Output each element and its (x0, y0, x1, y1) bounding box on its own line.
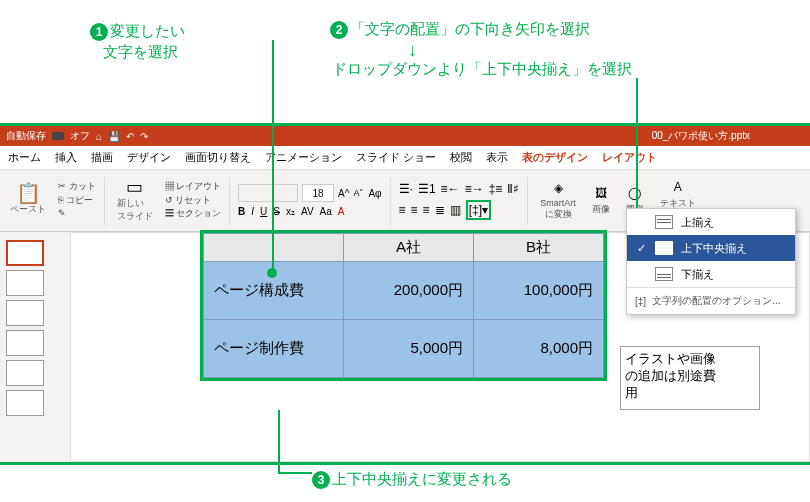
ribbon-tabs: ホーム 挿入 描画 デザイン 画面切り替え アニメーション スライド ショー 校… (0, 146, 810, 170)
copy-button[interactable]: ⎘ コピー (58, 194, 96, 208)
thumb-3[interactable] (6, 300, 44, 326)
th-b[interactable]: B社 (474, 234, 604, 262)
font-color-button[interactable]: A (338, 206, 345, 217)
titlebar: 自動保存 オフ ⌂ 💾 ↶ ↷ 00_パワポ使い方.pptx (0, 126, 810, 146)
text-align-vert-button[interactable]: [‡]▾ (466, 200, 491, 220)
smartart-icon[interactable]: ◈ (550, 180, 566, 196)
cell-r2-label[interactable]: ページ制作費 (204, 320, 344, 378)
grow-font-icon[interactable]: A^ (338, 188, 349, 199)
top-align-icon (655, 215, 673, 229)
anno-1-line1: 変更したい (110, 22, 185, 39)
selected-table[interactable]: A社 B社 ページ構成費 200,000円 100,000円 ページ制作費 5,… (200, 230, 607, 381)
tab-draw[interactable]: 描画 (91, 150, 113, 165)
bold-button[interactable]: B (238, 206, 245, 217)
strike-button[interactable]: S (273, 206, 280, 217)
charspacing-button[interactable]: AV (301, 206, 314, 217)
shrink-font-icon[interactable]: A˅ (353, 188, 364, 198)
layout-button[interactable]: ▦ レイアウト (165, 180, 222, 194)
anno-arrow-down: ↓ (408, 40, 417, 61)
redo-icon[interactable]: ↷ (140, 131, 148, 142)
newslide-label: 新しい スライド (117, 197, 153, 223)
dd-bottom-align[interactable]: 下揃え (627, 261, 795, 287)
textbox-icon[interactable]: A (670, 179, 686, 195)
th-a[interactable]: A社 (344, 234, 474, 262)
image-icon[interactable]: 🖼 (593, 185, 609, 201)
image-label: 画像 (592, 203, 610, 216)
tab-design[interactable]: デザイン (127, 150, 171, 165)
leader-3v (278, 410, 280, 472)
thumb-6[interactable] (6, 390, 44, 416)
cell-r1-b[interactable]: 100,000円 (474, 262, 604, 320)
newslide-icon[interactable]: ▭ (127, 179, 143, 195)
dd-middle-align[interactable]: ✓ 上下中央揃え (627, 235, 795, 261)
cut-button[interactable]: ✂ カット (58, 180, 96, 194)
leader-3h (278, 472, 312, 474)
font-family-select[interactable] (238, 184, 298, 202)
slide-thumbnails (0, 232, 70, 462)
underline-button[interactable]: U (260, 206, 267, 217)
align-right-button[interactable]: ≡ (423, 203, 430, 217)
tab-layout[interactable]: レイアウト (602, 150, 657, 165)
tab-home[interactable]: ホーム (8, 150, 41, 165)
bottom-align-icon (655, 267, 673, 281)
leader-1 (272, 40, 274, 273)
numbering-button[interactable]: ☰1 (418, 182, 436, 196)
sub-button[interactable]: x₂ (286, 206, 295, 217)
indent-inc-button[interactable]: ≡→ (465, 182, 484, 196)
anno-2b-text: ドロップダウンより「上下中央揃え」を選択 (332, 60, 632, 77)
cell-r1-a[interactable]: 200,000円 (344, 262, 474, 320)
cell-r2-a[interactable]: 5,000円 (344, 320, 474, 378)
options-icon: [‡] (635, 296, 646, 307)
align-center-button[interactable]: ≡ (411, 203, 418, 217)
home-icon[interactable]: ⌂ (96, 131, 102, 142)
thumb-4[interactable] (6, 330, 44, 356)
format-painter-button[interactable]: ✎ (58, 207, 96, 221)
paste-label: ペースト (10, 203, 46, 216)
tab-insert[interactable]: 挿入 (55, 150, 77, 165)
anno-3-text: 上下中央揃えに変更される (332, 470, 512, 487)
indent-dec-button[interactable]: ≡← (441, 182, 460, 196)
save-icon[interactable]: 💾 (108, 131, 120, 142)
autosave-off: オフ (70, 129, 90, 143)
columns-button[interactable]: ▥ (450, 203, 461, 217)
shape-icon[interactable]: ◯ (627, 185, 643, 201)
check-icon: ✓ (635, 242, 647, 255)
anno-num-3: 3 (312, 471, 330, 489)
linespacing-button[interactable]: ‡≡ (489, 182, 503, 196)
dd-more-options[interactable]: [‡] 文字列の配置のオプション... (627, 288, 795, 314)
autosave-label: 自動保存 (6, 129, 46, 143)
tab-slideshow[interactable]: スライド ショー (356, 150, 436, 165)
align-left-button[interactable]: ≡ (399, 203, 406, 217)
file-name: 00_パワポ使い方.pptx (652, 129, 750, 143)
dd-top-align[interactable]: 上揃え (627, 209, 795, 235)
clear-format-icon[interactable]: Aφ (368, 188, 381, 199)
section-button[interactable]: ☰ セクション (165, 207, 222, 221)
middle-align-icon (655, 241, 673, 255)
leader-1-dot (267, 268, 277, 278)
tab-tabledesign[interactable]: 表のデザイン (522, 150, 588, 165)
tab-view[interactable]: 表示 (486, 150, 508, 165)
tab-animation[interactable]: アニメーション (265, 150, 342, 165)
undo-icon[interactable]: ↶ (126, 131, 134, 142)
reset-button[interactable]: ↺ リセット (165, 194, 222, 208)
thumb-5[interactable] (6, 360, 44, 386)
cell-r2-b[interactable]: 8,000円 (474, 320, 604, 378)
thumb-1[interactable] (6, 240, 44, 266)
justify-button[interactable]: ≣ (435, 203, 445, 217)
bullets-button[interactable]: ☰· (399, 182, 413, 196)
callout-textbox[interactable]: イラストや画像 の追加は別途費 用 (620, 346, 760, 410)
case-button[interactable]: Aa (320, 206, 332, 217)
autosave-toggle[interactable] (52, 132, 64, 140)
text-direction-button[interactable]: Ⅱ♯ (507, 182, 519, 196)
thumb-2[interactable] (6, 270, 44, 296)
font-size-input[interactable] (302, 184, 334, 202)
tab-transitions[interactable]: 画面切り替え (185, 150, 251, 165)
paste-icon[interactable]: 📋 (20, 185, 36, 201)
anno-2-text: 「文字の配置」の下向き矢印を選択 (350, 20, 590, 37)
anno-num-2: 2 (330, 21, 348, 39)
anno-1-line2: 文字を選択 (103, 43, 178, 60)
tab-review[interactable]: 校閲 (450, 150, 472, 165)
text-align-dropdown: 上揃え ✓ 上下中央揃え 下揃え [‡] 文字列の配置のオプション... (626, 208, 796, 315)
italic-button[interactable]: I (251, 206, 254, 217)
leader-2 (636, 78, 638, 228)
